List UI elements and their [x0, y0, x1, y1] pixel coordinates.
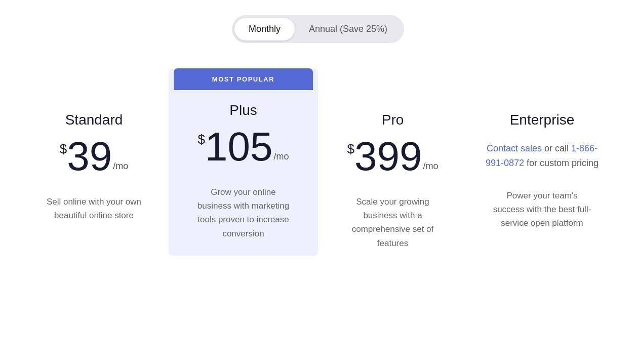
- description-standard: Sell online with your own beautiful onli…: [38, 195, 150, 222]
- plan-plus: MOST POPULAR Plus $ 105 /mo Grow your on…: [169, 68, 318, 256]
- plans-container: Standard $ 39 /mo Sell online with your …: [14, 68, 622, 265]
- toggle-monthly[interactable]: Monthly: [234, 18, 295, 41]
- most-popular-badge: MOST POPULAR: [174, 68, 313, 90]
- enterprise-contact-info: Contact sales or call 1-866-991-0872 for…: [472, 141, 612, 171]
- plan-name-standard: Standard: [65, 112, 123, 128]
- amount-plus: 105: [205, 127, 272, 167]
- plan-enterprise: Enterprise Contact sales or call 1-866-9…: [467, 68, 617, 245]
- amount-standard: 39: [67, 136, 112, 177]
- plan-standard: Standard $ 39 /mo Sell online with your …: [19, 68, 169, 237]
- price-wrapper-plus: $ 105 /mo: [198, 127, 289, 167]
- price-wrapper-standard: $ 39 /mo: [60, 136, 128, 177]
- amount-pro: 399: [354, 136, 422, 177]
- toggle-annual[interactable]: Annual (Save 25%): [295, 18, 402, 41]
- currency-plus: $: [198, 133, 205, 146]
- plan-name-plus: Plus: [229, 102, 257, 118]
- contact-or-call: or call: [542, 143, 571, 153]
- plan-pro: Pro $ 399 /mo Scale your growing busines…: [318, 68, 467, 265]
- description-enterprise: Power your team's success with the best …: [487, 189, 598, 230]
- contact-sales-link[interactable]: Contact sales: [487, 143, 542, 153]
- price-wrapper-pro: $ 399 /mo: [347, 136, 439, 177]
- contact-for-pricing: for custom pricing: [524, 158, 599, 168]
- plan-name-enterprise: Enterprise: [510, 112, 575, 128]
- description-pro: Scale your growing business with a compr…: [337, 195, 449, 250]
- per-plus: /mo: [273, 151, 289, 162]
- per-pro: /mo: [423, 161, 438, 172]
- currency-pro: $: [347, 142, 354, 155]
- plan-name-pro: Pro: [382, 112, 404, 128]
- per-standard: /mo: [113, 161, 128, 172]
- billing-toggle: Monthly Annual (Save 25%): [232, 15, 404, 43]
- currency-standard: $: [60, 142, 67, 155]
- description-plus: Grow your online business with marketing…: [188, 185, 299, 240]
